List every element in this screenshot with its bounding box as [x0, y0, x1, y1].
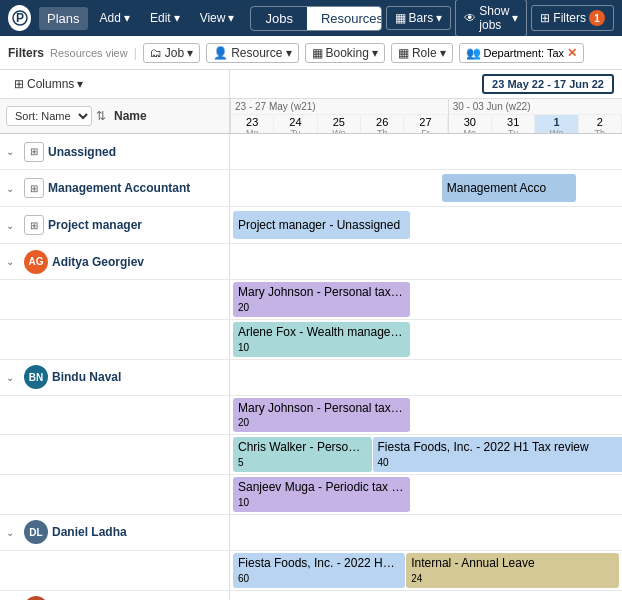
task-bar[interactable]: Internal - Annual Leave24 [406, 553, 619, 588]
show-jobs-button[interactable]: 👁 Show jobs ▾ [455, 0, 527, 37]
tab-resources[interactable]: Resources [307, 7, 382, 30]
row-left-cell: ⌄⊞Project manager [0, 207, 230, 243]
task-bar[interactable]: Management Acco [442, 174, 577, 202]
sort-select[interactable]: Sort: Name [6, 106, 92, 126]
row-left-cell: ⌄EMEleanor Marne [0, 591, 230, 600]
row-left-cell [0, 280, 230, 319]
expand-icon[interactable]: ⌄ [6, 183, 20, 194]
task-row: Arlene Fox - Wealth management10 [0, 320, 622, 360]
row-left-cell: ⌄AGAditya Georgiev [0, 244, 230, 279]
expand-icon[interactable]: ⌄ [6, 146, 20, 157]
eye-icon: 👁 [464, 11, 476, 25]
date-cell: 2Th [579, 115, 622, 133]
expand-icon[interactable]: ⌄ [6, 256, 20, 267]
row-label[interactable]: Bindu Naval [52, 370, 121, 384]
dept-close-icon[interactable]: ✕ [567, 46, 577, 60]
chevron-down-icon: ⊞ [14, 77, 24, 91]
tab-jobs[interactable]: Jobs [251, 7, 306, 30]
expand-icon[interactable]: ⌄ [6, 372, 20, 383]
row-label[interactable]: Project manager [48, 218, 142, 232]
role-filter-chip[interactable]: ▦ Role▾ [391, 43, 453, 63]
task-bar[interactable]: Sanjeev Muga - Periodic tax consultancy1… [233, 477, 410, 512]
date-cell: 30Mo [449, 115, 492, 133]
task-bar[interactable]: Chris Walker - Personal finances5 [233, 437, 372, 472]
date-cell: 26Th [361, 115, 404, 133]
sort-direction-icon[interactable]: ⇅ [96, 109, 106, 123]
row-label[interactable]: Daniel Ladha [52, 525, 127, 539]
view-nav[interactable]: View ▾ [192, 7, 243, 29]
row-right-cell [230, 360, 622, 395]
task-bar[interactable]: Project manager - Unassigned [233, 211, 410, 239]
row-right-cell: Project manager - Unassigned [230, 207, 622, 243]
row-right-cell [230, 134, 622, 169]
date-cell: 24Tu [274, 115, 317, 133]
row-right-cell: Chris Walker - Personal finances5Fiesta … [230, 435, 622, 474]
row-label[interactable]: Management Accountant [48, 181, 190, 195]
expand-icon[interactable]: ⌄ [6, 220, 20, 231]
bars-button[interactable]: ▦ Bars ▾ [386, 6, 452, 30]
avatar: EM [24, 596, 48, 600]
row-left-cell [0, 475, 230, 514]
plans-nav[interactable]: Plans [39, 7, 88, 30]
task-bar[interactable]: Arlene Fox - Wealth management10 [233, 322, 410, 357]
row-right-cell [230, 244, 622, 279]
date-cell: 31Tu [492, 115, 535, 133]
row-left-cell: ⌄DLDaniel Ladha [0, 515, 230, 550]
group-icon: ⊞ [24, 142, 44, 162]
row-label[interactable]: Aditya Georgiev [52, 255, 144, 269]
job-filter-chip[interactable]: 🗂 Job▾ [143, 43, 200, 63]
week-range-display: 23 May 22 - 17 Jun 22 [482, 74, 614, 94]
row-right-cell: Fiesta Foods, Inc. - 2022 H1 Tax review6… [230, 551, 622, 590]
row-left-cell: ⌄⊞Unassigned [0, 134, 230, 169]
top-navigation: P Plans Add ▾ Edit ▾ View ▾ Jobs Resourc… [0, 0, 622, 36]
role-icon: ▦ [398, 46, 409, 60]
nav-right-actions: ▦ Bars ▾ 👁 Show jobs ▾ ⊞ Filters 1 [386, 0, 614, 37]
row-right-cell: Mary Johnson - Personal tax matters20 [230, 280, 622, 319]
group-header-row: ⌄⊞Unassigned [0, 134, 622, 170]
task-bar[interactable]: Mary Johnson - Personal tax matters20 [233, 398, 410, 433]
group-header-row: ⌄⊞Project managerProject manager - Unass… [0, 207, 622, 244]
booking-icon: ▦ [312, 46, 323, 60]
bars-icon: ▦ [395, 11, 406, 25]
row-left-cell [0, 320, 230, 359]
task-bar[interactable]: Mary Johnson - Personal tax matters20 [233, 282, 410, 317]
row-right-cell: Arlene Fox - Wealth management10 [230, 320, 622, 359]
department-filter-chip[interactable]: 👥 Department: Tax ✕ [459, 43, 585, 63]
date-cell: 25We [318, 115, 361, 133]
row-right-cell: Mary Johnson - Personal tax matters20 [230, 396, 622, 435]
resource-icon: 👤 [213, 46, 228, 60]
task-bar[interactable]: Fiesta Foods, Inc. - 2022 H1 Tax review6… [233, 553, 405, 588]
expand-icon[interactable]: ⌄ [6, 527, 20, 538]
group-header-row: ⌄EMEleanor Marne [0, 591, 622, 600]
edit-nav[interactable]: Edit ▾ [142, 7, 188, 29]
row-right-cell [230, 515, 622, 550]
dept-icon: 👥 [466, 46, 481, 60]
task-row: Fiesta Foods, Inc. - 2022 H1 Tax review6… [0, 551, 622, 591]
row-right-cell: Management Acco [230, 170, 622, 206]
row-left-cell: ⌄⊞Management Accountant [0, 170, 230, 206]
filters-button[interactable]: ⊞ Filters 1 [531, 5, 614, 31]
columns-button[interactable]: ⊞ Columns ▾ [8, 75, 89, 93]
row-left-cell [0, 396, 230, 435]
filter-icon: ⊞ [540, 11, 550, 25]
row-left-cell [0, 435, 230, 474]
avatar: AG [24, 250, 48, 274]
week2-label: 30 - 03 Jun (w22) [449, 99, 622, 115]
row-label[interactable]: Unassigned [48, 145, 116, 159]
task-row: Sanjeev Muga - Periodic tax consultancy1… [0, 475, 622, 515]
group-icon: ⊞ [24, 178, 44, 198]
task-bar[interactable]: Fiesta Foods, Inc. - 2022 H1 Tax review4… [373, 437, 623, 472]
view-tabs: Jobs Resources [250, 6, 381, 31]
add-nav[interactable]: Add ▾ [92, 7, 138, 29]
svg-text:P: P [16, 11, 24, 25]
job-icon: 🗂 [150, 46, 162, 60]
group-icon: ⊞ [24, 215, 44, 235]
date-cell: 27Fr [404, 115, 447, 133]
group-header-row: ⌄DLDaniel Ladha [0, 515, 622, 551]
resource-filter-chip[interactable]: 👤 Resource▾ [206, 43, 298, 63]
booking-filter-chip[interactable]: ▦ Booking▾ [305, 43, 385, 63]
row-left-cell: ⌄BNBindu Naval [0, 360, 230, 395]
name-column-header: Name [114, 109, 147, 123]
task-row: Chris Walker - Personal finances5Fiesta … [0, 435, 622, 475]
avatar: BN [24, 365, 48, 389]
